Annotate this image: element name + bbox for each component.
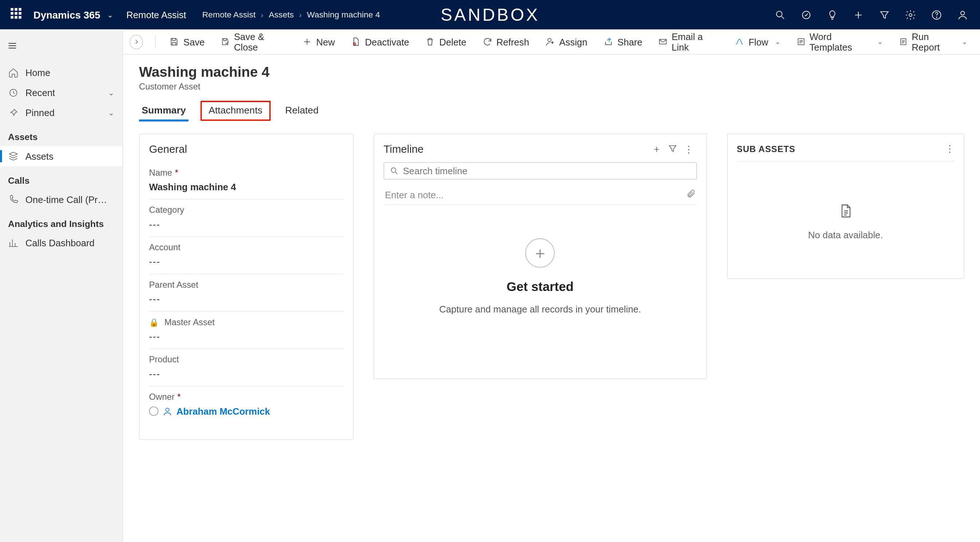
timeline-more-button[interactable]: ⋮ — [681, 144, 697, 155]
chevron-down-icon[interactable]: ⌄ — [877, 38, 883, 46]
timeline-note-input[interactable]: Enter a note... — [383, 185, 697, 205]
nav-home[interactable]: Home — [0, 63, 123, 82]
svg-point-21 — [166, 408, 169, 411]
tab-summary[interactable]: Summary — [139, 101, 189, 121]
required-icon: * — [177, 392, 181, 402]
svg-point-7 — [936, 17, 937, 17]
delete-button[interactable]: Delete — [418, 32, 473, 51]
person-icon — [162, 406, 173, 417]
subassets-header: SUB ASSETS ⋮ — [737, 144, 954, 162]
assign-button[interactable]: Assign — [539, 32, 594, 51]
form-columns: General Name* Washing machine 4 Category… — [139, 133, 964, 440]
nav-group-analytics: Analytics and Insights — [0, 209, 123, 233]
timeline-section: Timeline ＋ ⋮ Enter a note... — [374, 133, 707, 379]
field-parent-asset[interactable]: Parent Asset --- — [149, 274, 344, 312]
refresh-button[interactable]: Refresh — [476, 32, 536, 51]
svg-line-1 — [781, 16, 784, 18]
filter-icon[interactable] — [879, 9, 890, 21]
nav-label: Home — [25, 67, 51, 78]
word-templates-button[interactable]: Word Templates ⌄ — [789, 27, 889, 56]
nav-item-assets[interactable]: Assets — [0, 146, 123, 166]
nav-label: One-time Call (Previe... — [25, 194, 111, 205]
user-icon[interactable] — [957, 9, 968, 21]
chevron-down-icon[interactable]: ⌄ — [108, 89, 115, 97]
chevron-down-icon[interactable]: ⌄ — [962, 38, 967, 46]
document-icon — [838, 201, 854, 220]
timeline-empty-state: ＋ Get started Capture and manage all rec… — [383, 238, 697, 314]
owner-lookup[interactable]: Abraham McCormick — [149, 406, 344, 417]
share-button[interactable]: Share — [597, 32, 649, 51]
lightbulb-icon[interactable] — [827, 9, 838, 21]
page: Washing machine 4 Customer Asset Summary… — [123, 55, 980, 542]
field-product[interactable]: Product --- — [149, 349, 344, 387]
nav-item-onetime-call[interactable]: One-time Call (Previe... — [0, 190, 123, 209]
timeline-search[interactable] — [383, 162, 697, 180]
breadcrumb-item[interactable]: Assets — [269, 10, 294, 20]
app-launcher-icon[interactable] — [11, 8, 24, 21]
timeline-search-input[interactable] — [403, 165, 690, 176]
global-nav: Dynamics 365 ⌄ Remote Assist Remote Assi… — [0, 0, 980, 30]
owner-name[interactable]: Abraham McCormick — [176, 406, 270, 417]
field-label: Parent Asset — [149, 280, 344, 290]
nav-item-calls-dashboard[interactable]: Calls Dashboard — [0, 233, 123, 253]
field-value[interactable]: --- — [149, 219, 344, 230]
field-label: Product — [149, 354, 344, 365]
breadcrumb-item[interactable]: Remote Assist — [202, 10, 256, 20]
flow-button[interactable]: Flow ⌄ — [728, 32, 788, 51]
breadcrumb-item[interactable]: Washing machine 4 — [307, 10, 380, 20]
chevron-down-icon[interactable]: ⌄ — [108, 108, 115, 117]
save-close-button[interactable]: Save & Close — [214, 27, 293, 56]
timeline-filter-button[interactable] — [665, 144, 681, 156]
chevron-down-icon[interactable]: ⌄ — [775, 38, 780, 46]
tab-attachments[interactable]: Attachments — [200, 101, 270, 121]
deactivate-button[interactable]: Deactivate — [344, 32, 416, 51]
timeline-add-button[interactable]: ＋ — [649, 144, 665, 156]
brand-name[interactable]: Dynamics 365 — [33, 9, 100, 21]
nav-recent[interactable]: Recent ⌄ — [0, 83, 123, 103]
empty-text: Capture and manage all records in your t… — [439, 304, 641, 314]
field-value: --- — [149, 331, 344, 342]
save-button[interactable]: Save — [163, 32, 212, 51]
field-value[interactable]: --- — [149, 368, 344, 379]
subassets-more-button[interactable]: ⋮ — [945, 144, 955, 154]
tab-related[interactable]: Related — [283, 101, 321, 121]
shell: Home Recent ⌄ Pinned ⌄ Assets Assets Cal… — [0, 30, 980, 542]
cmd-label: Email a Link — [671, 31, 719, 52]
cmd-label: Save & Close — [234, 31, 286, 52]
note-placeholder: Enter a note... — [385, 189, 444, 200]
nav-collapse-button[interactable] — [0, 38, 123, 63]
task-icon[interactable] — [800, 9, 812, 21]
field-category[interactable]: Category --- — [149, 200, 344, 237]
empty-title: Get started — [507, 280, 574, 294]
email-link-button[interactable]: Email a Link — [652, 27, 725, 56]
search-icon — [390, 166, 399, 176]
svg-point-17 — [548, 38, 551, 42]
nav-pinned[interactable]: Pinned ⌄ — [0, 103, 123, 123]
field-value[interactable]: Washing machine 4 — [149, 182, 344, 192]
plus-icon[interactable] — [853, 9, 864, 21]
brand-chevron-icon[interactable]: ⌄ — [107, 10, 113, 19]
timeline-get-started-button[interactable]: ＋ — [525, 238, 555, 268]
attachment-icon[interactable] — [686, 189, 695, 200]
field-label: Account — [149, 242, 344, 252]
nav-group-assets: Assets — [0, 123, 123, 146]
field-owner[interactable]: Owner* Abraham McCormick — [149, 386, 344, 423]
field-value[interactable]: --- — [149, 293, 344, 304]
svg-line-23 — [396, 172, 397, 174]
field-account[interactable]: Account --- — [149, 237, 344, 274]
search-icon[interactable] — [775, 9, 786, 21]
field-label: Owner — [149, 392, 175, 402]
field-value[interactable]: --- — [149, 257, 344, 267]
svg-point-5 — [909, 13, 912, 16]
new-button[interactable]: New — [295, 32, 342, 51]
field-label: Category — [149, 205, 344, 215]
separator — [156, 35, 156, 48]
help-icon[interactable] — [931, 9, 942, 21]
gear-icon[interactable] — [905, 9, 916, 21]
field-name[interactable]: Name* Washing machine 4 — [149, 162, 344, 200]
app-name[interactable]: Remote Assist — [126, 10, 186, 20]
timeline-header: Timeline ＋ ⋮ — [383, 144, 697, 156]
cmd-label: Assign — [559, 36, 587, 47]
back-button[interactable] — [130, 35, 143, 49]
run-report-button[interactable]: Run Report ⌄ — [892, 27, 974, 56]
